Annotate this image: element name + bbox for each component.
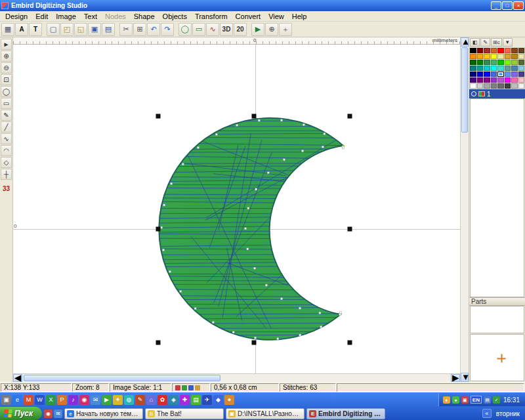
parts-list[interactable] [470,306,524,333]
taskbar-icon[interactable]: ◉ [44,410,52,418]
palette-swatch[interactable] [484,48,490,53]
palette-swatch[interactable] [505,48,511,53]
new-button[interactable]: ▢ [47,23,60,36]
visibility-icon[interactable] [471,91,476,96]
palette-swatch[interactable] [470,77,476,83]
curve-tool[interactable]: ∿ [1,133,12,144]
menu-view[interactable]: View [264,12,288,21]
palette-swatch[interactable] [518,54,525,59]
palette-swatch[interactable] [477,60,484,65]
clock[interactable]: 16:31 [503,396,520,404]
palette-swatch[interactable] [477,48,484,53]
nav-cross-button[interactable]: + [279,23,292,36]
menu-text[interactable]: Text [80,12,101,21]
shape-circle-button[interactable]: ◯ [178,23,192,36]
palette-swatch[interactable] [505,77,511,83]
stitch-button[interactable]: ∿ [206,23,219,36]
tray-icon[interactable]: ♦ [443,396,450,404]
palette-swatch[interactable] [505,54,511,59]
menu-help[interactable]: Help [288,12,311,21]
palette-swatch[interactable] [491,66,497,71]
horizontal-scrollbar[interactable]: ◀ ▶ [13,373,460,382]
quick-launch-icon[interactable]: ✿ [158,395,167,405]
palette-swatch[interactable] [511,60,518,65]
selection-mode-button[interactable]: ▦ [1,23,14,36]
zoom-out-tool[interactable]: ⊖ [1,62,12,74]
toolbar-separator[interactable] [247,23,251,36]
quick-launch-icon[interactable]: ✎ [135,395,145,405]
task-embird[interactable]: E Embird Digitizing Stud... [306,408,385,419]
task-forum[interactable]: e Начать новую тему :: В... [64,408,143,419]
zoom-tool-button[interactable]: ⊕ [265,23,278,36]
select-tool[interactable]: ► [1,39,12,50]
horizontal-scroll-thumb[interactable] [24,375,220,381]
scroll-up-arrow[interactable]: ▲ [461,37,469,47]
quick-launch-icon[interactable]: ◈ [169,395,178,405]
catalog-dropdown[interactable]: ▼ [503,38,513,47]
task-thebat[interactable]: B The Bat! [145,408,224,419]
palette-swatch[interactable] [477,77,484,83]
lettering-button[interactable]: A [15,23,28,36]
palette-swatch[interactable] [484,54,490,59]
simulate-button[interactable]: ▶ [251,23,264,36]
language-indicator[interactable]: EN [471,396,482,404]
palette-swatch[interactable] [497,48,504,53]
palette-swatch[interactable] [511,72,518,77]
measure-tool[interactable]: ┼ [1,169,12,180]
palette-swatch[interactable] [477,54,484,59]
palette-swatch[interactable] [518,72,525,77]
start-button[interactable]: Пуск [0,407,42,420]
taskbar-icon[interactable]: ✉ [54,410,62,418]
palette-style-button[interactable]: ◧ [470,38,480,47]
palette-swatch[interactable] [491,48,497,53]
palette-swatch[interactable] [505,66,511,71]
layer-row[interactable]: 1 [469,89,525,98]
text-button[interactable]: T [29,23,42,36]
palette-swatch[interactable] [477,72,484,77]
vertical-scrollbar[interactable]: ▲ ▼ [460,37,469,382]
palette-swatch[interactable] [497,72,504,77]
palette-swatch[interactable] [484,77,490,83]
save-button[interactable]: ▣ [88,23,101,36]
palette-swatch[interactable] [511,54,518,59]
palette-swatch[interactable] [505,60,511,65]
palette-swatch[interactable] [470,72,476,77]
redo-button[interactable]: ↷ [161,23,174,36]
palette-swatch[interactable] [477,66,484,71]
quick-launch-icon[interactable]: ⌂ [146,395,156,405]
menu-shape[interactable]: Shape [130,12,159,21]
menu-convert[interactable]: Convert [232,12,265,21]
palette-swatch[interactable] [491,77,497,83]
arc-tool[interactable]: ◠ [1,145,12,156]
menu-image[interactable]: Image [52,12,80,21]
palette-edit-button[interactable]: ✎ [480,38,490,47]
quick-launch-icon[interactable]: P [57,395,67,405]
palette-swatch[interactable] [518,60,525,65]
quick-launch-icon[interactable]: ✈ [202,395,212,405]
palette-swatch[interactable] [497,66,504,71]
menu-objects[interactable]: Objects [159,12,191,21]
shape-rect-button[interactable]: ▭ [192,23,205,36]
palette-swatch[interactable] [484,60,490,65]
palette-swatch[interactable] [470,48,476,53]
title-bar[interactable]: Embird Digitizing Studio _ □ × [0,0,525,11]
palette-swatch[interactable] [484,83,490,89]
menu-nodes[interactable]: Nodes [101,12,130,21]
palette-swatch[interactable] [484,66,490,71]
palette-swatch[interactable] [518,48,525,53]
palette-swatch[interactable] [497,83,504,89]
palette-swatch[interactable] [491,54,497,59]
palette-swatch[interactable] [497,77,504,83]
copy-button[interactable]: ⊞ [133,23,146,36]
palette-swatch[interactable] [491,83,497,89]
knife-tool[interactable]: ╱ [1,121,12,133]
palette-swatch[interactable] [511,77,518,83]
palette-swatch[interactable] [511,66,518,71]
tray-icon[interactable]: ▣ [461,396,469,404]
minimize-button[interactable]: _ [491,1,501,10]
collapse-chevron-icon[interactable]: « [482,409,492,418]
quick-launch-icon[interactable]: M [24,395,33,405]
rectangle-tool[interactable]: ▭ [1,98,12,109]
quick-launch-icon[interactable]: e [12,395,22,405]
thread-catalog-button[interactable]: ⊞c [491,38,502,47]
